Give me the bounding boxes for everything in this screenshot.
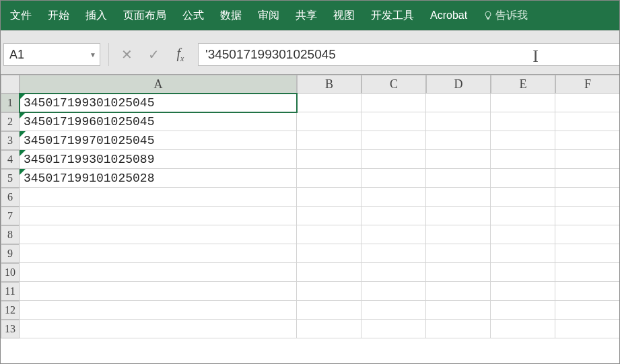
ribbon-tab-formulas[interactable]: 公式 — [174, 2, 212, 30]
cell[interactable] — [491, 94, 555, 112]
row-header[interactable]: 10 — [1, 263, 20, 282]
column-header[interactable]: D — [426, 75, 491, 94]
row-header[interactable]: 8 — [1, 225, 20, 244]
cell[interactable] — [426, 263, 491, 282]
cell[interactable] — [491, 225, 555, 244]
cell[interactable]: 345017199301025089 — [20, 150, 297, 169]
cell[interactable] — [555, 94, 620, 112]
cell[interactable] — [20, 188, 297, 207]
cell[interactable] — [491, 320, 555, 338]
cell[interactable] — [426, 150, 491, 169]
cell[interactable] — [297, 225, 361, 244]
cell[interactable] — [555, 131, 620, 150]
cell[interactable] — [426, 112, 491, 131]
cell[interactable] — [297, 320, 361, 338]
cell[interactable] — [555, 188, 620, 207]
cell[interactable] — [491, 131, 555, 150]
cell[interactable] — [20, 225, 297, 244]
ribbon-tab-review[interactable]: 审阅 — [250, 2, 287, 30]
cell[interactable] — [426, 131, 491, 150]
cell[interactable] — [491, 263, 555, 282]
formula-input[interactable] — [198, 43, 619, 66]
cell[interactable] — [297, 207, 361, 225]
select-all-corner[interactable] — [1, 75, 20, 94]
cell[interactable] — [361, 150, 426, 169]
cell[interactable] — [361, 225, 426, 244]
cell[interactable] — [491, 169, 555, 188]
cell[interactable] — [426, 320, 491, 338]
column-header[interactable]: A — [20, 75, 297, 94]
ribbon-tab-home[interactable]: 开始 — [40, 2, 77, 30]
ribbon-tab-file[interactable]: 文件 — [2, 2, 40, 30]
cell[interactable] — [361, 131, 426, 150]
cell[interactable] — [297, 188, 361, 207]
cell[interactable] — [426, 244, 491, 263]
cell[interactable] — [297, 244, 361, 263]
ribbon-tab-data[interactable]: 数据 — [212, 2, 250, 30]
cell[interactable] — [491, 207, 555, 225]
row-header[interactable]: 13 — [1, 320, 20, 338]
cell[interactable] — [426, 282, 491, 301]
row-header[interactable]: 1 — [1, 94, 20, 112]
row-header[interactable]: 11 — [1, 282, 20, 301]
row-header[interactable]: 3 — [1, 131, 20, 150]
cell[interactable] — [491, 301, 555, 320]
cell[interactable] — [361, 301, 426, 320]
cell[interactable]: 345017199601025045 — [20, 112, 297, 131]
row-header[interactable]: 6 — [1, 188, 20, 207]
cell[interactable] — [491, 244, 555, 263]
row-header[interactable]: 4 — [1, 150, 20, 169]
cell[interactable] — [555, 320, 620, 338]
cell[interactable] — [555, 244, 620, 263]
cell[interactable] — [426, 169, 491, 188]
cell[interactable] — [20, 263, 297, 282]
tell-me-search[interactable]: 告诉我 — [475, 2, 536, 30]
column-header[interactable]: C — [361, 75, 426, 94]
cell[interactable] — [361, 94, 426, 112]
ribbon-tab-acrobat[interactable]: Acrobat — [422, 3, 475, 28]
cell[interactable] — [555, 301, 620, 320]
row-header[interactable]: 5 — [1, 169, 20, 188]
row-header[interactable]: 7 — [1, 207, 20, 225]
cell[interactable] — [20, 301, 297, 320]
cell[interactable] — [555, 112, 620, 131]
cell[interactable] — [20, 207, 297, 225]
cell[interactable]: 345017199301025045 — [20, 94, 297, 112]
cell[interactable] — [426, 207, 491, 225]
name-box[interactable] — [3, 43, 100, 66]
cell[interactable] — [426, 225, 491, 244]
cell[interactable] — [20, 282, 297, 301]
cell[interactable] — [555, 207, 620, 225]
ribbon-tab-share[interactable]: 共享 — [287, 2, 325, 30]
cell[interactable] — [297, 131, 361, 150]
ribbon-tab-developer[interactable]: 开发工具 — [363, 2, 422, 30]
insert-function-button[interactable]: fx — [167, 43, 194, 66]
cell[interactable] — [297, 169, 361, 188]
cell[interactable] — [361, 320, 426, 338]
cell[interactable] — [555, 150, 620, 169]
cell[interactable] — [491, 112, 555, 131]
cell[interactable]: 345017199101025028 — [20, 169, 297, 188]
cell[interactable] — [297, 263, 361, 282]
row-header[interactable]: 9 — [1, 244, 20, 263]
cell[interactable] — [361, 244, 426, 263]
cell[interactable] — [297, 94, 361, 112]
cell[interactable] — [297, 112, 361, 131]
ribbon-tab-pagelayout[interactable]: 页面布局 — [115, 2, 174, 30]
ribbon-tab-insert[interactable]: 插入 — [77, 2, 115, 30]
cell[interactable]: 345017199701025045 — [20, 131, 297, 150]
confirm-button[interactable]: ✓ — [140, 43, 167, 66]
cell[interactable] — [491, 282, 555, 301]
cell[interactable] — [361, 112, 426, 131]
cancel-button[interactable]: ✕ — [113, 43, 140, 66]
cell[interactable] — [426, 188, 491, 207]
column-header[interactable]: E — [491, 75, 555, 94]
cell[interactable] — [20, 244, 297, 263]
cell[interactable] — [555, 169, 620, 188]
cell[interactable] — [297, 282, 361, 301]
cell[interactable] — [491, 188, 555, 207]
cell[interactable] — [297, 150, 361, 169]
column-header[interactable]: F — [555, 75, 620, 94]
cell[interactable] — [426, 94, 491, 112]
cell[interactable] — [491, 150, 555, 169]
